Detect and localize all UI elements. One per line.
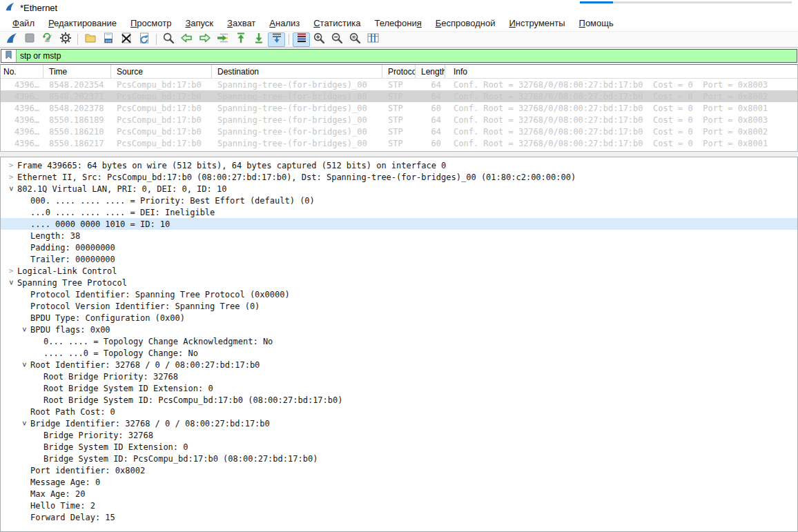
menu-item-help[interactable]: Помощь — [572, 16, 621, 30]
detail-line[interactable]: >BPDU flags: 0x00 — [1, 324, 797, 335]
detail-line[interactable]: Bridge System ID: PcsCompu_bd:17:b0 (08:… — [1, 453, 797, 464]
save-file-button[interactable]: 010 — [99, 32, 117, 47]
detail-line[interactable]: ...0 .... .... .... = DEI: Ineligible — [1, 206, 797, 218]
menu-item-capture[interactable]: Захват — [220, 16, 262, 30]
column-header-protocol[interactable]: Protocol — [382, 65, 416, 78]
zoom-original-button[interactable] — [347, 32, 364, 47]
menu-item-file[interactable]: Файл — [6, 16, 41, 30]
detail-line[interactable]: .... 0000 0000 1010 = ID: 10 — [1, 218, 797, 230]
detail-line[interactable]: Root Bridge System ID Extension: 0 — [1, 382, 797, 394]
cell-no: 4396… — [1, 126, 43, 137]
detail-line[interactable]: Root Path Cost: 0 — [1, 406, 797, 417]
detail-text: BPDU Type: Configuration (0x00) — [30, 313, 185, 323]
menu-item-wireless[interactable]: Беспроводной — [429, 16, 503, 30]
stop-capture-button[interactable] — [21, 32, 38, 47]
column-header-source[interactable]: Source — [111, 65, 212, 78]
column-header-length[interactable]: Length — [416, 65, 445, 78]
expand-icon[interactable]: > — [5, 173, 17, 181]
detail-line[interactable]: Length: 38 — [1, 230, 797, 242]
collapse-icon[interactable]: > — [5, 184, 17, 193]
menu-item-analyze[interactable]: Анализ — [262, 16, 306, 30]
detail-line[interactable]: >Root Identifier: 32768 / 0 / 08:00:27:b… — [1, 359, 797, 371]
colorize-button[interactable] — [293, 32, 310, 47]
column-header-no[interactable]: No. — [1, 65, 43, 78]
packet-row-selected[interactable]: 4396…8548.202371PcsCompu_bd:17:b0Spannin… — [1, 90, 797, 102]
main-toolbar: 010 — [0, 31, 798, 48]
menu-item-statistics[interactable]: Статистика — [306, 16, 367, 30]
zoom-out-button[interactable] — [329, 32, 346, 47]
start-capture-button[interactable] — [3, 32, 20, 47]
detail-line[interactable]: >Bridge Identifier: 32768 / 0 / 08:00:27… — [1, 417, 797, 429]
cell-length: 60 — [416, 137, 445, 149]
expand-icon[interactable]: > — [5, 266, 17, 275]
collapse-icon[interactable]: > — [18, 419, 30, 428]
detail-line[interactable]: Bridge System ID Extension: 0 — [1, 441, 797, 453]
detail-line[interactable]: >Spanning Tree Protocol — [1, 277, 797, 288]
collapse-icon[interactable]: > — [5, 278, 17, 287]
menu-item-telephony[interactable]: Телефония — [367, 16, 428, 30]
column-header-info[interactable]: Info — [445, 65, 797, 78]
detail-line[interactable]: Root Bridge System ID: PcsCompu_bd:17:b0… — [1, 394, 797, 406]
expand-icon[interactable]: > — [5, 161, 17, 170]
detail-line[interactable]: Padding: 00000000 — [1, 242, 797, 253]
open-file-button[interactable] — [81, 32, 99, 47]
detail-line[interactable]: Protocol Identifier: Spanning Tree Proto… — [1, 288, 797, 300]
detail-line[interactable]: .... ...0 = Topology Change: No — [1, 347, 797, 359]
display-filter-input[interactable] — [17, 50, 797, 62]
menu-item-tools[interactable]: Инструменты — [502, 16, 572, 30]
pane-splitter[interactable] — [0, 152, 798, 157]
go-forward-icon — [198, 32, 211, 47]
go-back-button[interactable] — [178, 32, 195, 47]
collapse-icon[interactable]: > — [18, 325, 30, 334]
detail-line[interactable]: Protocol Version Identifier: Spanning Tr… — [1, 300, 797, 312]
detail-line[interactable]: Max Age: 20 — [1, 488, 797, 500]
column-header-destination[interactable]: Destination — [212, 65, 382, 78]
detail-text: .... 0000 0000 1010 = ID: 10 — [30, 219, 170, 229]
close-file-button[interactable] — [117, 32, 135, 47]
detail-line[interactable]: >Frame 439665: 64 bytes on wire (512 bit… — [1, 159, 797, 171]
zoom-in-button[interactable] — [311, 32, 328, 47]
detail-line[interactable]: Port identifier: 0x8002 — [1, 464, 797, 476]
capture-options-button[interactable] — [57, 32, 74, 47]
restart-capture-button[interactable] — [39, 32, 56, 47]
cell-info: Conf. Root = 32768/0/08:00:27:bd:17:b0 C… — [445, 126, 797, 137]
auto-scroll-button[interactable] — [268, 32, 285, 47]
detail-line[interactable]: 000. .... .... .... = Priority: Best Eff… — [1, 195, 797, 206]
detail-line[interactable]: Bridge Priority: 32768 — [1, 429, 797, 441]
go-forward-button[interactable] — [196, 32, 213, 47]
menu-item-go[interactable]: Запуск — [178, 16, 220, 30]
packet-row[interactable]: 4396…8550.186217PcsCompu_bd:17:b0Spannin… — [1, 137, 797, 149]
packet-row[interactable]: 4396…8548.202354PcsCompu_bd:17:b0Spannin… — [1, 79, 797, 90]
packet-row[interactable]: 4396…8550.186210PcsCompu_bd:17:b0Spannin… — [1, 126, 797, 137]
go-last-button[interactable] — [250, 32, 267, 47]
detail-line[interactable]: >Ethernet II, Src: PcsCompu_bd:17:b0 (08… — [1, 171, 797, 183]
cell-no: 4396… — [1, 79, 43, 90]
wireshark-window: *Ethernet ФайлРедактированиеПросмотрЗапу… — [0, 0, 798, 532]
column-header-time[interactable]: Time — [43, 65, 111, 78]
go-to-packet-button[interactable] — [214, 32, 231, 47]
detail-text: Protocol Version Identifier: Spanning Tr… — [30, 302, 260, 311]
detail-line[interactable]: Root Bridge Priority: 32768 — [1, 371, 797, 382]
packet-row[interactable]: 4396…8548.202378PcsCompu_bd:17:b0Spannin… — [1, 102, 797, 114]
detail-line[interactable]: Message Age: 0 — [1, 476, 797, 488]
detail-line[interactable]: 0... .... = Topology Change Acknowledgme… — [1, 335, 797, 347]
detail-text: Port identifier: 0x8002 — [30, 466, 145, 475]
go-first-button[interactable] — [232, 32, 249, 47]
packet-rows: 4396…8548.202354PcsCompu_bd:17:b0Spannin… — [1, 79, 797, 152]
find-packet-button[interactable] — [160, 32, 177, 47]
detail-line[interactable]: Forward Delay: 15 — [1, 511, 797, 523]
detail-line[interactable]: >Logical-Link Control — [1, 265, 797, 277]
detail-line[interactable]: Hello Time: 2 — [1, 500, 797, 511]
reload-file-button[interactable] — [135, 32, 153, 47]
detail-line[interactable]: >802.1Q Virtual LAN, PRI: 0, DEI: 0, ID:… — [1, 183, 797, 195]
detail-text: Spanning Tree Protocol — [17, 278, 127, 288]
collapse-icon[interactable]: > — [18, 360, 30, 369]
menu-item-edit[interactable]: Редактирование — [41, 16, 124, 30]
menu-item-view[interactable]: Просмотр — [124, 16, 178, 30]
detail-line[interactable]: BPDU Type: Configuration (0x00) — [1, 312, 797, 324]
resize-columns-button[interactable] — [364, 32, 382, 47]
detail-line[interactable]: Trailer: 00000000 — [1, 253, 797, 265]
filter-bookmark-button[interactable] — [1, 50, 17, 62]
colorize-icon — [295, 32, 308, 47]
packet-row[interactable]: 4396…8550.186189PcsCompu_bd:17:b0Spannin… — [1, 114, 797, 126]
